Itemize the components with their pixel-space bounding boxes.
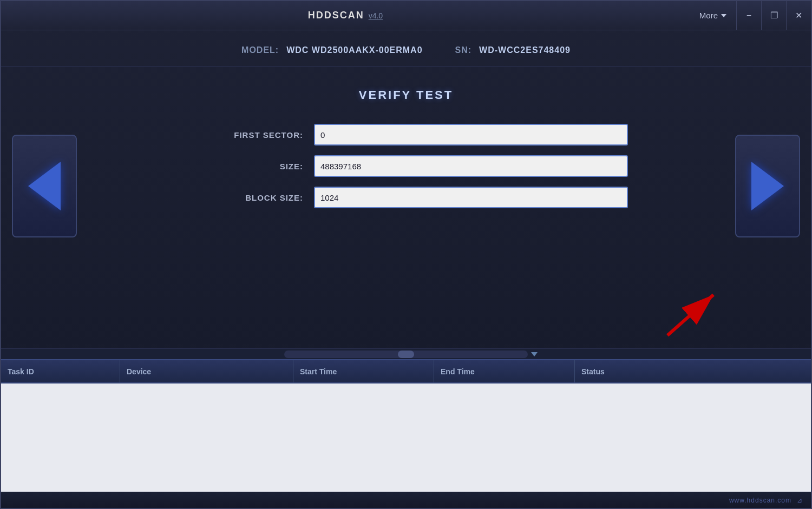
model-label: MODEL: bbox=[241, 45, 279, 55]
col-header-device: Device bbox=[120, 360, 293, 382]
col-header-task-id: Task ID bbox=[1, 360, 120, 382]
maximize-button[interactable]: ❐ bbox=[761, 1, 786, 30]
svg-line-1 bbox=[667, 295, 713, 335]
minimize-button[interactable]: − bbox=[736, 1, 761, 30]
sn-info: SN: WD-WCC2ES748409 bbox=[455, 45, 571, 55]
chevron-right-icon bbox=[751, 162, 784, 210]
more-arrow-icon bbox=[721, 14, 726, 17]
more-button[interactable]: More bbox=[690, 1, 736, 30]
status-bar: www.hddscan.com ⊿ bbox=[1, 492, 811, 508]
form-title: VERIFY TEST bbox=[359, 88, 453, 102]
size-row: SIZE: bbox=[162, 155, 650, 177]
first-sector-input[interactable] bbox=[314, 124, 628, 146]
model-value: WDC WD2500AAKX-00ERMA0 bbox=[286, 45, 422, 55]
scroll-track[interactable] bbox=[284, 351, 528, 358]
sn-label: SN: bbox=[455, 45, 472, 55]
main-content: MODEL: WDC WD2500AAKX-00ERMA0 SN: WD-WCC… bbox=[1, 30, 811, 508]
size-label: SIZE: bbox=[184, 162, 303, 171]
title-bar-center: HDDSCAN v4.0 bbox=[1, 10, 690, 21]
app-title: HDDSCAN bbox=[308, 10, 364, 21]
task-table: Task ID Device Start Time End Time Statu… bbox=[1, 359, 811, 492]
app-version: v4.0 bbox=[369, 11, 383, 20]
watermark-text: www.hddscan.com bbox=[729, 497, 791, 504]
table-header: Task ID Device Start Time End Time Statu… bbox=[1, 359, 811, 384]
table-body bbox=[1, 384, 811, 492]
scroll-down-arrow-icon bbox=[531, 352, 538, 356]
scroll-area[interactable] bbox=[1, 348, 811, 359]
next-button[interactable] bbox=[735, 135, 800, 237]
prev-button[interactable] bbox=[12, 135, 77, 237]
close-button[interactable]: ✕ bbox=[786, 1, 811, 30]
block-size-input[interactable] bbox=[314, 187, 628, 208]
first-sector-row: FIRST SECTOR: bbox=[162, 124, 650, 146]
annotation-arrow bbox=[662, 287, 727, 343]
model-info: MODEL: WDC WD2500AAKX-00ERMA0 bbox=[241, 45, 422, 55]
test-panel: VERIFY TEST FIRST SECTOR: SIZE: BLOCK SI… bbox=[1, 67, 811, 348]
app-window: HDDSCAN v4.0 More − ❐ ✕ MODEL: WDC WD250… bbox=[0, 0, 812, 509]
sn-value: WD-WCC2ES748409 bbox=[479, 45, 571, 55]
col-header-end-time: End Time bbox=[434, 360, 575, 382]
col-header-status: Status bbox=[575, 360, 811, 382]
chevron-left-icon bbox=[28, 162, 61, 210]
block-size-label: BLOCK SIZE: bbox=[184, 193, 303, 202]
form-container: VERIFY TEST FIRST SECTOR: SIZE: BLOCK SI… bbox=[162, 88, 650, 218]
block-size-row: BLOCK SIZE: bbox=[162, 187, 650, 208]
resize-icon[interactable]: ⊿ bbox=[797, 497, 802, 504]
first-sector-label: FIRST SECTOR: bbox=[184, 130, 303, 140]
title-bar: HDDSCAN v4.0 More − ❐ ✕ bbox=[1, 1, 811, 30]
scroll-thumb[interactable] bbox=[398, 351, 414, 358]
size-input[interactable] bbox=[314, 155, 628, 177]
device-info-bar: MODEL: WDC WD2500AAKX-00ERMA0 SN: WD-WCC… bbox=[1, 30, 811, 67]
title-bar-controls: More − ❐ ✕ bbox=[690, 1, 811, 30]
col-header-start-time: Start Time bbox=[293, 360, 434, 382]
